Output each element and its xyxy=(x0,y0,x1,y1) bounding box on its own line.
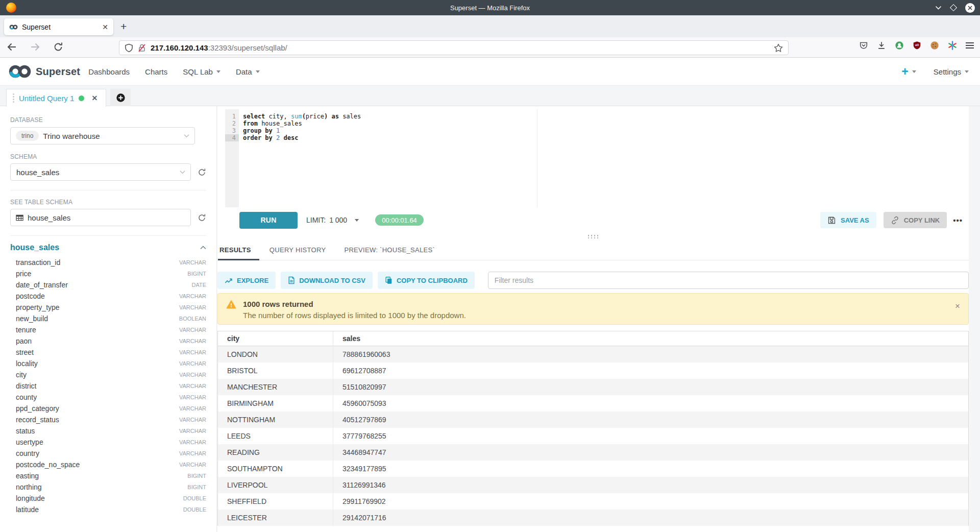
table-row[interactable]: LEICESTER29142071716 xyxy=(218,510,968,526)
privacy-extension-icon[interactable] xyxy=(895,41,904,50)
close-icon[interactable] xyxy=(965,3,975,13)
table-row[interactable]: SHEFFIELD29911769902 xyxy=(218,493,968,510)
table-schema-select[interactable]: house_sales xyxy=(10,209,191,226)
column-row[interactable]: districtVARCHAR xyxy=(10,380,206,392)
new-tab-button[interactable]: + xyxy=(120,20,127,33)
code-line[interactable]: order by 2 desc xyxy=(243,134,969,141)
schema-label: SCHEMA xyxy=(10,153,206,160)
table-row[interactable]: BIRMINGHAM45960075093 xyxy=(218,395,968,412)
brand-name[interactable]: Superset xyxy=(36,66,80,78)
download-icon[interactable] xyxy=(877,41,886,50)
browser-tab[interactable]: Superset ✕ xyxy=(4,18,113,35)
column-row[interactable]: statusVARCHAR xyxy=(10,425,206,437)
nav-item-dashboards[interactable]: Dashboards xyxy=(88,67,130,76)
table-row[interactable]: READING34468947747 xyxy=(218,444,968,461)
column-row[interactable]: priceBIGINT xyxy=(10,268,206,279)
table-row[interactable]: LONDON788861960063 xyxy=(218,346,968,362)
more-actions-button[interactable]: ••• xyxy=(953,216,963,225)
superset-logo[interactable] xyxy=(8,64,32,79)
tab-close-icon[interactable]: ✕ xyxy=(102,23,108,31)
column-row[interactable]: postcodeVARCHAR xyxy=(10,291,206,302)
alert-close-icon[interactable]: × xyxy=(955,303,960,310)
reload-icon[interactable] xyxy=(53,42,63,52)
column-header[interactable]: city xyxy=(218,331,333,346)
column-row[interactable]: new_buildBOOLEAN xyxy=(10,313,206,324)
nav-item-charts[interactable]: Charts xyxy=(145,67,167,76)
table-row[interactable]: LEEDS37779768255 xyxy=(218,428,968,444)
column-type: DOUBLE xyxy=(183,506,206,513)
limit-dropdown[interactable]: LIMIT: 1 000 xyxy=(306,216,359,224)
refresh-table-icon[interactable] xyxy=(198,213,206,222)
table-row[interactable]: BRISTOL69612708887 xyxy=(218,362,968,379)
query-tab-close-icon[interactable]: ✕ xyxy=(91,94,97,102)
refresh-schema-icon[interactable] xyxy=(198,168,206,177)
firefox-logo-icon xyxy=(6,3,16,13)
database-label: DATABASE xyxy=(10,116,206,124)
maximize-icon[interactable] xyxy=(950,4,957,11)
column-row[interactable]: northingBIGINT xyxy=(10,481,206,493)
nav-items: DashboardsChartsSQL LabData xyxy=(88,67,259,76)
column-row[interactable]: tenureVARCHAR xyxy=(10,324,206,335)
ublock-icon[interactable]: uO xyxy=(913,41,921,50)
column-row[interactable]: record_statusVARCHAR xyxy=(10,414,206,425)
forward-icon[interactable] xyxy=(30,41,41,53)
code-line[interactable]: from house_sales xyxy=(243,120,969,127)
nav-item-sql-lab[interactable]: SQL Lab xyxy=(183,67,220,76)
column-header[interactable]: sales xyxy=(333,334,360,343)
url-bar[interactable]: 217.160.120.143:32393/superset/sqllab/ xyxy=(119,40,789,55)
column-row[interactable]: streetVARCHAR xyxy=(10,347,206,358)
column-row[interactable]: property_typeVARCHAR xyxy=(10,302,206,313)
back-icon[interactable] xyxy=(6,41,17,53)
results-tab-preview[interactable]: PREVIEW: `HOUSE_SALES` xyxy=(344,246,439,260)
column-row[interactable]: latitudeDOUBLE xyxy=(10,504,206,515)
menu-icon[interactable] xyxy=(966,41,974,50)
drag-handle-icon[interactable] xyxy=(13,93,14,103)
column-row[interactable]: usertypeVARCHAR xyxy=(10,437,206,448)
add-new-button[interactable]: + xyxy=(901,66,916,77)
column-row[interactable]: cityVARCHAR xyxy=(10,369,206,380)
nav-item-data[interactable]: Data xyxy=(236,67,260,76)
settings-menu[interactable]: Settings xyxy=(934,67,969,76)
column-row[interactable]: countryVARCHAR xyxy=(10,448,206,459)
column-row[interactable]: ppd_categoryVARCHAR xyxy=(10,403,206,414)
new-query-tab-button[interactable] xyxy=(110,89,131,107)
sql-editor[interactable]: 1234 select city, sum(price) as salesfro… xyxy=(217,106,969,207)
table-row[interactable]: NOTTINGHAM40512797869 xyxy=(218,412,968,428)
column-row[interactable]: eastingBIGINT xyxy=(10,470,206,481)
save-as-button[interactable]: SAVE AS xyxy=(820,212,876,228)
editor-code[interactable]: select city, sum(price) as salesfrom hou… xyxy=(243,113,969,141)
column-row[interactable]: localityVARCHAR xyxy=(10,358,206,369)
copy-link-button[interactable]: COPY LINK xyxy=(884,212,947,228)
schema-select[interactable]: house_sales xyxy=(10,163,191,181)
run-button[interactable]: RUN xyxy=(239,212,298,229)
container-extension-icon[interactable] xyxy=(948,41,957,50)
table-row[interactable]: LIVERPOOL31126991346 xyxy=(218,477,968,493)
column-row[interactable]: date_of_transferDATE xyxy=(10,279,206,291)
column-row[interactable]: postcode_no_spaceVARCHAR xyxy=(10,459,206,470)
column-row[interactable]: countyVARCHAR xyxy=(10,392,206,403)
shield-icon[interactable] xyxy=(125,43,133,53)
table-row[interactable]: MANCHESTER51510820997 xyxy=(218,379,968,395)
download-csv-button[interactable]: DOWNLOAD TO CSV xyxy=(281,272,373,289)
pane-splitter[interactable] xyxy=(217,233,969,240)
explore-button[interactable]: EXPLORE xyxy=(217,272,276,289)
column-row[interactable]: longitudeDOUBLE xyxy=(10,493,206,504)
query-tab[interactable]: Untitled Query 1 ✕ xyxy=(6,89,106,107)
results-tab-results[interactable]: RESULTS xyxy=(219,246,255,260)
bookmark-star-icon[interactable] xyxy=(774,43,783,53)
minimize-icon[interactable] xyxy=(935,6,942,10)
chevron-up-icon[interactable] xyxy=(200,246,206,250)
results-tab-query[interactable]: QUERY HISTORY xyxy=(270,246,330,260)
column-row[interactable]: paonVARCHAR xyxy=(10,335,206,347)
filter-results-input[interactable] xyxy=(488,272,969,289)
lock-disabled-icon[interactable] xyxy=(138,43,146,53)
column-row[interactable]: transaction_idVARCHAR xyxy=(10,257,206,268)
cookie-extension-icon[interactable] xyxy=(930,41,939,50)
copy-to-clipboard-button[interactable]: COPY TO CLIPBOARD xyxy=(378,272,475,289)
pocket-icon[interactable] xyxy=(859,41,868,50)
database-select[interactable]: trino Trino warehouse xyxy=(10,127,195,144)
code-line[interactable]: group by 1 xyxy=(243,127,969,134)
code-line[interactable]: select city, sum(price) as sales xyxy=(243,113,969,120)
table-row[interactable]: SOUTHAMPTON32349177895 xyxy=(218,461,968,477)
table-title[interactable]: house_sales xyxy=(10,243,59,252)
